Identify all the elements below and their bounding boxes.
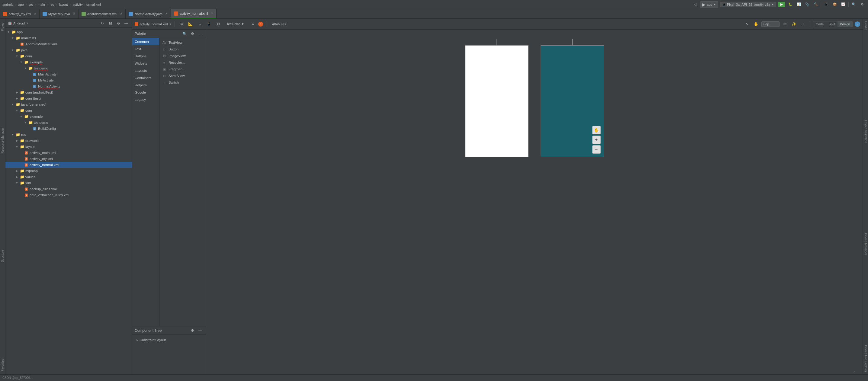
palette-settings-icon[interactable]: ⚙ [189, 31, 196, 37]
sdk-icon[interactable]: 📦 [832, 1, 838, 8]
tree-item-drawable[interactable]: ▶📁drawable [5, 138, 132, 144]
tree-item-layout[interactable]: ▼📁layout [5, 144, 132, 150]
tab-activity-my[interactable]: activity_my.xml ✕ [0, 9, 39, 19]
magic-icon[interactable]: ✨ [790, 21, 798, 28]
tab-close-activity-normal[interactable]: ✕ [211, 12, 213, 15]
palette-item-switch[interactable]: ○Switch [159, 79, 206, 86]
resize-handle[interactable]: ⟋ [853, 370, 856, 373]
sidebar-sync-icon[interactable]: ⟳ [99, 20, 106, 27]
palette-item-scrollview[interactable]: ⊡ScrollView [159, 72, 206, 79]
baseline-icon[interactable]: ⊥ [800, 21, 807, 28]
right-strip-device-manager[interactable]: Device Manager [863, 231, 868, 257]
palette-cat-helpers[interactable]: Helpers [132, 82, 159, 89]
sidebar-close-icon[interactable]: — [123, 20, 130, 27]
profiler-icon[interactable]: 📈 [840, 1, 846, 8]
debug-icon[interactable]: 🐛 [787, 1, 794, 8]
right-strip-gradle[interactable]: Gradle [863, 19, 868, 33]
filename-dropdown-icon[interactable]: ▼ [169, 23, 172, 26]
device-selector[interactable]: 📱 Pixel_3a_API_33_arm64-v8a ▼ [720, 2, 776, 7]
editor-filename[interactable]: activity_normal.xml ▼ [135, 22, 172, 26]
palette-cat-layouts[interactable]: Layouts [132, 67, 159, 74]
tree-item-com_test[interactable]: ▶📁com (test) [5, 95, 132, 101]
tree-item-example[interactable]: ▼📁example [5, 59, 132, 65]
tree-item-xml_folder[interactable]: ▼📁xml [5, 180, 132, 186]
palette-cat-common[interactable]: Common [132, 38, 159, 45]
tab-myactivity[interactable]: MyActivity.java ✕ [39, 9, 79, 19]
zoom-in-icon[interactable]: + [592, 135, 601, 144]
breadcrumb-main[interactable]: main [38, 3, 45, 6]
phone-icon[interactable]: 📱 [205, 21, 212, 28]
view-mode-design[interactable]: Design [837, 22, 852, 27]
left-strip-project[interactable]: Project [0, 20, 5, 33]
sidebar-settings-icon[interactable]: ⚙ [115, 20, 122, 27]
tree-item-buildconfig[interactable]: CBuildConfig [5, 126, 132, 132]
tab-close-normalactivity[interactable]: ✕ [165, 12, 167, 15]
tree-item-values[interactable]: ▶📁values [5, 174, 132, 180]
run-button[interactable]: ▶ [778, 2, 785, 7]
tree-item-res[interactable]: ▼📁res [5, 132, 132, 138]
run-config-selector[interactable]: ▶ app ▼ [700, 1, 718, 8]
tree-item-activity_normal_file[interactable]: Xactivity_normal.xml [5, 162, 132, 168]
constraints-icon[interactable]: ✂ [781, 21, 788, 28]
tree-item-java[interactable]: ▼📁java [5, 47, 132, 53]
breadcrumb-android[interactable]: android [2, 3, 13, 6]
select-icon[interactable]: ↖ [743, 21, 750, 28]
tree-item-com2[interactable]: ▼📁com [5, 107, 132, 114]
palette-cat-widgets[interactable]: Widgets [132, 60, 159, 67]
palette-item-recyclerview[interactable]: ≡Recycler... [159, 59, 206, 66]
breadcrumb-src[interactable]: src [28, 3, 33, 6]
palette-search-icon[interactable]: 🔍 [181, 31, 188, 37]
undo-icon[interactable]: ◁ [692, 1, 698, 8]
palette-item-button[interactable]: □Button [159, 46, 206, 53]
tree-item-java_generated[interactable]: ▼📁java (generated) [5, 101, 132, 107]
palette-item-fragment[interactable]: ▣Fragmen... [159, 66, 206, 72]
theme-icon[interactable]: TestDemo ▼ [223, 21, 247, 28]
tree-item-testdemo2[interactable]: ▼📁testdemo [5, 120, 132, 126]
tree-item-mipmap[interactable]: ▶📁mipmap [5, 168, 132, 174]
left-strip-resource-manager[interactable]: Resource Manager [0, 126, 5, 155]
palette-item-imageview[interactable]: 🖼ImageView [159, 53, 206, 59]
tab-close-myactivity[interactable]: ✕ [73, 12, 75, 15]
zoom-out-icon[interactable]: − [592, 145, 601, 154]
tree-item-com[interactable]: ▼📁com [5, 53, 132, 59]
breadcrumb-app[interactable]: app [18, 3, 24, 6]
tab-close-activity-my[interactable]: ✕ [34, 12, 36, 15]
tree-item-manifests[interactable]: ▼📁manifests [5, 35, 132, 41]
right-strip-layout-validation[interactable]: Layout Validation [863, 118, 868, 146]
tree-item-normalactivity_file[interactable]: CNormalActivity [5, 83, 132, 89]
settings-icon[interactable]: ⚙ [859, 1, 866, 8]
api-icon[interactable]: 33 [214, 21, 221, 28]
view-mode-split[interactable]: Split [826, 22, 837, 27]
tree-item-data_extraction[interactable]: Xdata_extraction_rules.xml [5, 192, 132, 198]
sidebar-filter-icon[interactable]: ⊟ [107, 20, 114, 27]
tree-item-activity_my_file[interactable]: Xactivity_my.xml [5, 156, 132, 162]
palette-cat-google[interactable]: Google [132, 89, 159, 96]
attach-icon[interactable]: 📎 [804, 1, 811, 8]
avd-icon[interactable]: 📱 [823, 1, 830, 8]
tree-item-testdemo[interactable]: ▼📁testdemo [5, 65, 132, 71]
tree-item-myactivity_file[interactable]: CMyActivity [5, 77, 132, 83]
tree-item-androidmanifest_file[interactable]: XAndroidManifest.xml [5, 41, 132, 47]
comp-tree-settings-icon[interactable]: ⚙ [189, 327, 196, 334]
tree-item-backup_rules[interactable]: Xbackup_rules.xml [5, 186, 132, 192]
hand-tool-icon[interactable]: ✋ [592, 126, 601, 134]
tree-item-example2[interactable]: ▼📁example [5, 114, 132, 120]
pan-icon[interactable]: ✋ [752, 21, 760, 28]
palette-cat-buttons[interactable]: Buttons [132, 53, 159, 60]
build-icon[interactable]: 🔨 [812, 1, 819, 8]
breadcrumb-file[interactable]: activity_normal.xml [72, 3, 101, 6]
palette-cat-text[interactable]: Text [132, 45, 159, 53]
right-strip-device-file-explorer[interactable]: Device File Explorer [863, 343, 868, 374]
tree-item-activity_main_file[interactable]: Xactivity_main.xml [5, 150, 132, 156]
blueprint-icon[interactable]: 📐 [187, 21, 194, 28]
locale-icon[interactable]: » [249, 21, 256, 28]
left-strip-structure[interactable]: Structure [0, 248, 5, 264]
profile-icon[interactable]: 📊 [796, 1, 802, 8]
design-surface-icon[interactable]: 🖥 [178, 21, 185, 28]
view-mode-code[interactable]: Code [813, 22, 826, 27]
design-canvas[interactable]: ✋ + − ⟋ [206, 30, 863, 374]
search-icon[interactable]: 🔍 [850, 1, 857, 8]
comp-item-constraintlayout[interactable]: ↳ ConstraintLayout [135, 337, 204, 343]
tree-item-com_androidtest[interactable]: ▶📁com (androidTest) [5, 89, 132, 95]
tab-androidmanifest[interactable]: AndroidManifest.xml ✕ [79, 9, 126, 19]
